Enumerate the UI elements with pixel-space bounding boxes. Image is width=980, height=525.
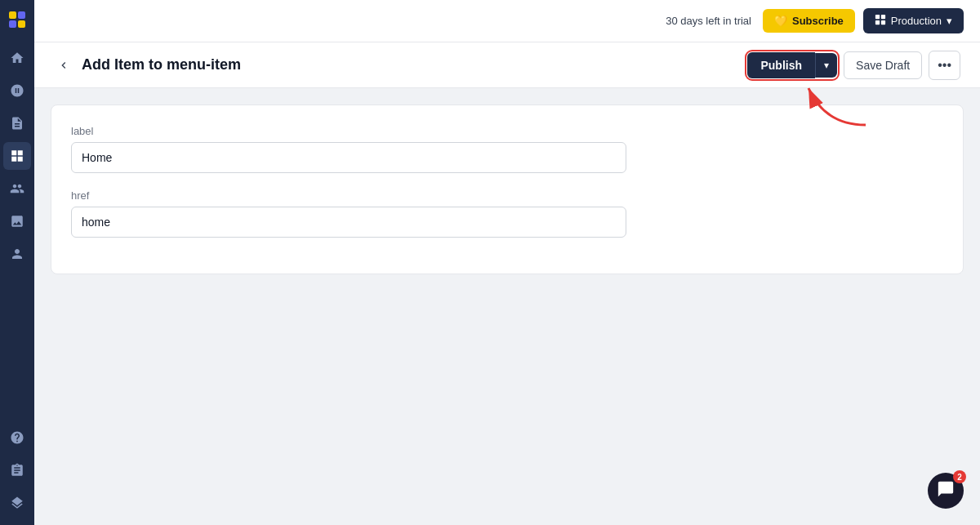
subscribe-button[interactable]: 💛 Subscribe: [763, 9, 855, 33]
chevron-down-icon: ▾: [824, 60, 829, 71]
label-input[interactable]: [71, 142, 626, 173]
save-draft-button[interactable]: Save Draft: [844, 51, 922, 79]
sidebar-item-pages[interactable]: [3, 109, 31, 137]
svg-rect-7: [881, 20, 885, 24]
svg-rect-5: [881, 15, 885, 19]
sidebar-item-home[interactable]: [3, 44, 31, 72]
sidebar-item-grid[interactable]: [3, 142, 31, 170]
topbar: 30 days left in trial 💛 Subscribe Produc…: [34, 0, 980, 42]
svg-rect-2: [9, 20, 16, 28]
chat-widget[interactable]: 2: [928, 473, 964, 509]
svg-rect-1: [18, 11, 25, 19]
content-area: Add Item to menu-item Publish ▾: [34, 42, 980, 525]
form-card: label href: [51, 105, 964, 274]
href-field-group: href: [71, 189, 943, 238]
ellipsis-icon: •••: [938, 58, 951, 73]
publish-button[interactable]: Publish: [747, 52, 815, 78]
chat-badge: 2: [953, 470, 966, 483]
href-input[interactable]: [71, 207, 626, 238]
svg-rect-0: [9, 11, 16, 19]
subscribe-icon: 💛: [774, 15, 787, 27]
sidebar-item-help[interactable]: [3, 424, 31, 452]
production-chevron-icon: ▾: [947, 15, 952, 27]
main-content: 30 days left in trial 💛 Subscribe Produc…: [34, 0, 980, 525]
sidebar-item-clipboard[interactable]: [3, 456, 31, 484]
chat-icon: [937, 480, 955, 502]
sidebar-item-media[interactable]: [3, 207, 31, 235]
production-label: Production: [891, 15, 942, 27]
trial-text: 30 days left in trial: [666, 15, 751, 27]
sidebar-item-blog[interactable]: [3, 77, 31, 105]
page-title: Add Item to menu-item: [82, 56, 241, 73]
page-header-actions: Publish ▾ Save Draft •••: [747, 51, 960, 80]
page-header-left: Add Item to menu-item: [54, 56, 241, 75]
back-button[interactable]: [54, 56, 74, 75]
svg-rect-4: [875, 15, 880, 19]
label-field-label: label: [71, 125, 943, 137]
sidebar-item-team[interactable]: [3, 175, 31, 202]
sidebar: [0, 0, 34, 525]
svg-rect-3: [18, 20, 25, 28]
sidebar-item-layers[interactable]: [3, 489, 31, 517]
production-grid-icon: [875, 14, 886, 28]
sidebar-logo: [6, 8, 29, 31]
subscribe-label: Subscribe: [792, 15, 844, 27]
production-button[interactable]: Production ▾: [863, 8, 964, 33]
svg-rect-6: [875, 20, 880, 24]
more-options-button[interactable]: •••: [929, 51, 960, 80]
href-field-label: href: [71, 189, 943, 202]
publish-dropdown-button[interactable]: ▾: [815, 53, 837, 78]
publish-button-group: Publish ▾: [747, 52, 837, 78]
sidebar-item-users[interactable]: [3, 240, 31, 268]
label-field-group: label: [71, 125, 943, 173]
page-header: Add Item to menu-item Publish ▾: [34, 42, 980, 88]
